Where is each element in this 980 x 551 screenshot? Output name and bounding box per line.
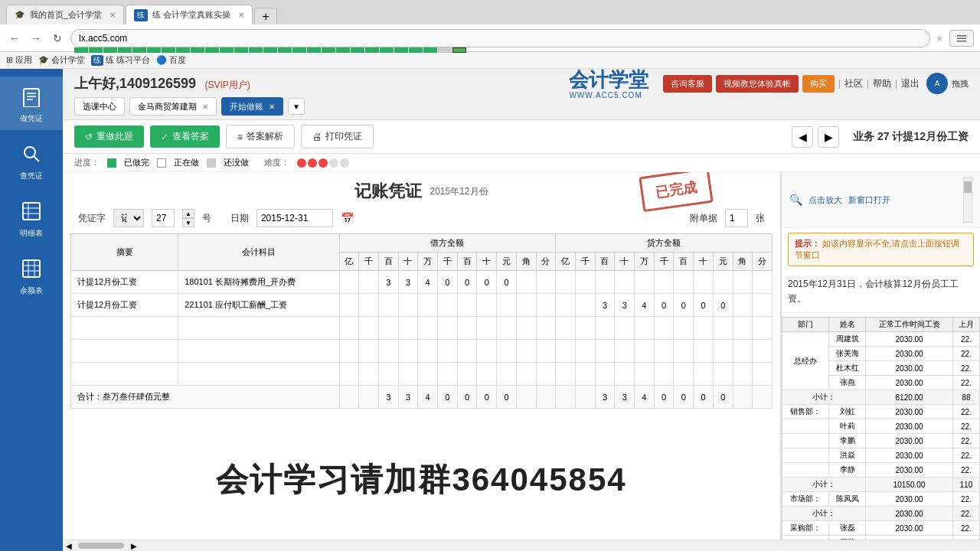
bookmark-practice[interactable]: 练 练 练习平台: [91, 54, 150, 66]
status-done-dot: [107, 158, 116, 168]
refresh-button[interactable]: ↻: [49, 30, 66, 47]
r1d10: [516, 271, 536, 294]
tab-2[interactable]: 练 练 会计学堂真账实操 ✕: [126, 5, 253, 24]
voucher-area: 记账凭证 2015年12月份 已完成 凭证字 记 ▲ ▼: [63, 172, 781, 540]
tab1-close[interactable]: ✕: [109, 11, 116, 19]
tab-do-account-close[interactable]: ✕: [269, 103, 275, 111]
svg-rect-1: [957, 37, 966, 39]
th-summary: 摘要: [71, 234, 178, 271]
tab-more-button[interactable]: ▼: [288, 98, 305, 115]
attach-num-input[interactable]: [725, 209, 748, 227]
name-du: 杜木红: [829, 361, 866, 376]
d-bai2: 百: [457, 253, 477, 271]
sidebar-item-voucher[interactable]: 做凭证: [0, 77, 63, 130]
r1d4: 3: [398, 271, 418, 294]
subtotal2-prev: 110: [952, 478, 979, 492]
date-input[interactable]: [256, 209, 333, 227]
tab-do-account[interactable]: 开始做账 ✕: [221, 97, 283, 116]
customer-service-button[interactable]: 咨询客服: [663, 75, 712, 93]
tab2-close[interactable]: ✕: [238, 11, 244, 19]
greeting-area: 上午好,1409126599 (SVIP用户): [74, 74, 250, 93]
tab-jinma[interactable]: 金马商贸筹建期 ✕: [129, 97, 217, 116]
next-button[interactable]: ▶: [818, 126, 839, 148]
sidebar-detail-label: 明细表: [20, 228, 43, 239]
buy-button[interactable]: 购买: [802, 75, 835, 93]
acc-label: 会计学堂: [51, 54, 85, 66]
bookmark-apps[interactable]: ⊞ 应用: [6, 54, 32, 66]
redo-button[interactable]: ↺ 重做此题: [74, 126, 144, 148]
community-link[interactable]: 社区: [844, 77, 863, 90]
bookmark-star[interactable]: ★: [935, 32, 945, 44]
r5-subject: [178, 363, 339, 386]
baidu-icon: 🔵: [156, 55, 167, 65]
bookmark-acc[interactable]: 🎓 会计学堂: [38, 54, 85, 66]
r2c3: 3: [595, 294, 615, 317]
right-panel-table-area[interactable]: 部门 姓名 正常工作时间工资 上月 总经办 周建筑 2030.00: [782, 313, 980, 540]
completed-stamp: 已完成: [639, 172, 714, 212]
sal-zhang2: 2030.00: [866, 376, 952, 390]
greeting-text: 上午好,1409126599: [74, 76, 196, 91]
new-window-link[interactable]: 新窗口打开: [848, 194, 890, 206]
scroll-thumb[interactable]: [78, 543, 124, 549]
answer-analysis-button[interactable]: ≡ 答案解析: [226, 125, 295, 148]
sal-liu: 2030.00: [866, 405, 952, 419]
zoom-link[interactable]: 点击放大: [808, 194, 842, 206]
bottom-scrollbar[interactable]: ◀ ▶: [63, 540, 980, 551]
video-tutorial-button[interactable]: 视频教您体验真帐: [716, 75, 799, 93]
voucher-icon: [18, 83, 45, 110]
sidebar-item-detail[interactable]: 明细表: [0, 191, 63, 245]
scroll-left-button[interactable]: ◀: [63, 540, 74, 552]
notice-text: 如该内容显示不全,请点击上面按钮调节窗口: [795, 239, 959, 259]
subtotal2-label: 小计：: [782, 478, 866, 492]
r1d3: 3: [378, 271, 398, 294]
status-todo-label: 还没做: [224, 157, 249, 168]
prev-button[interactable]: ◀: [792, 126, 813, 148]
print-button[interactable]: 🖨 打印凭证: [301, 125, 374, 148]
num-up-button[interactable]: ▲: [182, 209, 194, 218]
user-avatar[interactable]: A: [926, 73, 948, 94]
diff-dot-2: [308, 158, 317, 168]
new-tab-button[interactable]: +: [254, 8, 277, 24]
d-bai1: 百: [378, 253, 398, 271]
c-bai1: 百: [595, 253, 615, 271]
sidebar-search-label: 查凭证: [20, 171, 43, 181]
sidebar-item-search[interactable]: 查凭证: [0, 134, 63, 187]
svg-line-8: [34, 156, 39, 161]
forward-button[interactable]: →: [28, 30, 44, 47]
drag-label[interactable]: 拖拽: [952, 78, 969, 90]
salary-row: 罗萍 2030.00 22.: [782, 536, 980, 540]
scroll-indicator: [963, 177, 972, 223]
r2c1: [556, 294, 576, 317]
logo-sub: WWW.ACC5.COM: [569, 91, 648, 99]
scroll-right-button[interactable]: ▶: [128, 540, 139, 552]
voucher-num-input[interactable]: [152, 209, 175, 227]
tab-jinma-close[interactable]: ✕: [202, 103, 208, 111]
print-icon: 🖨: [312, 132, 322, 142]
bookmark-baidu[interactable]: 🔵 百度: [156, 54, 186, 66]
voucher-type-select[interactable]: 记: [113, 209, 144, 227]
num-down-button[interactable]: ▼: [182, 218, 194, 227]
url-input[interactable]: [70, 29, 930, 47]
r2c11: [753, 294, 773, 317]
prev-ye: 22.: [952, 419, 979, 434]
r1c11: [753, 271, 773, 294]
logout-link[interactable]: 退出: [901, 77, 920, 90]
tab-1[interactable]: 🎓 我的首页_会计学堂 ✕: [6, 5, 124, 24]
sidebar-item-balance[interactable]: 余额表: [0, 249, 63, 302]
sal-lijing: 2030.00: [866, 463, 952, 478]
tab2-icon: 练: [134, 9, 148, 21]
answer-icon: ≡: [237, 132, 243, 142]
balance-icon: [18, 255, 45, 282]
name-zhou: 周建筑: [829, 332, 866, 347]
redo-label: 重做此题: [96, 130, 133, 143]
sal-chen: 2030.00: [866, 492, 952, 507]
th-prev: 上月: [952, 318, 979, 332]
diff-dot-4: [329, 158, 338, 168]
calendar-icon[interactable]: 📅: [341, 212, 354, 224]
back-button[interactable]: ←: [6, 30, 23, 47]
tab-course-center[interactable]: 选课中心: [74, 97, 125, 116]
check-answer-button[interactable]: ✓ 查看答案: [150, 126, 220, 148]
r1c9: [713, 271, 733, 294]
browser-menu[interactable]: [949, 30, 974, 47]
help-link[interactable]: 帮助: [873, 77, 891, 90]
